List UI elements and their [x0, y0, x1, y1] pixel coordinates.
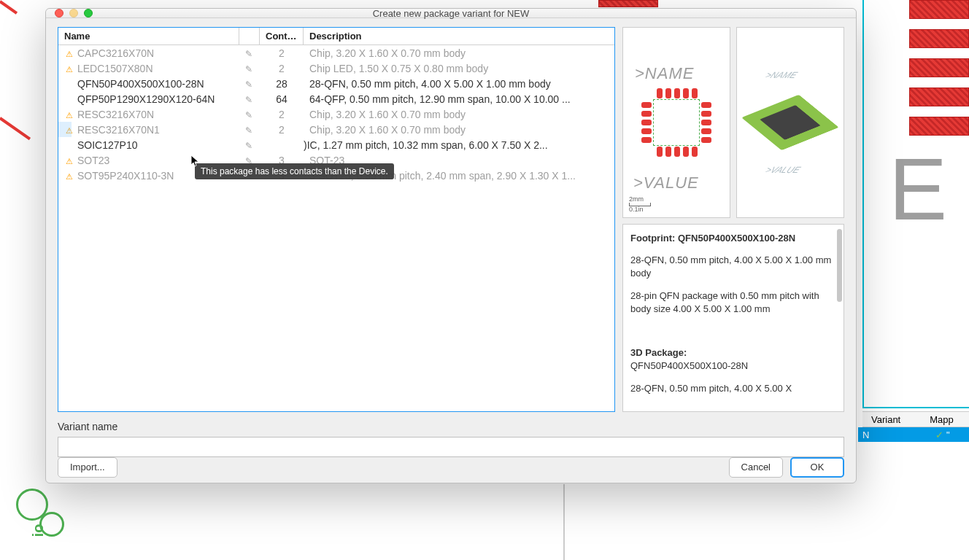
- cell-contacts: 2: [260, 61, 304, 76]
- table-row[interactable]: ⚠RESC3216X70N1 ✎ 2 Chip, 3.20 X 1.60 X 0…: [58, 122, 614, 137]
- bg-pad: [598, 0, 658, 7]
- bg-trace: [0, 117, 31, 140]
- qfn-3d-icon: [749, 99, 830, 146]
- ok-button[interactable]: OK: [790, 457, 844, 478]
- create-package-variant-dialog: Create new package variant for NEW Name …: [45, 8, 857, 483]
- cancel-button[interactable]: Cancel: [729, 457, 783, 478]
- bg-row-tail: N: [862, 429, 935, 440]
- cell-name: RESC3216X70N: [77, 109, 154, 120]
- bg-trace: [0, 0, 18, 14]
- dialog-footer: Import... Cancel OK: [46, 457, 856, 486]
- pkg-label: 3D Package:: [630, 347, 687, 358]
- bg-pad: [909, 117, 969, 136]
- pkg-name: QFN50P400X500X100-28N: [630, 360, 748, 371]
- warning-icon: ⚠: [64, 157, 74, 166]
- package-description-panel[interactable]: Footprint: QFN50P400X500X100-28N 28-QFN,…: [622, 224, 844, 412]
- value-placeholder-label: >VALUE: [633, 174, 699, 192]
- cell-name: SOT95P240X110-3N: [77, 170, 174, 182]
- cell-name: SOT23: [77, 155, 109, 166]
- fp-label: Footprint:: [630, 233, 678, 244]
- table-row[interactable]: ⚠RESC3216X70N ✎ 2 Chip, 3.20 X 1.60 X 0.…: [58, 106, 614, 122]
- titlebar: Create new package variant for NEW: [46, 9, 856, 18]
- package-list[interactable]: Name Contacts Description ⚠CAPC3216X70N …: [58, 27, 615, 412]
- warning-icon: ⚠: [64, 50, 74, 59]
- bg-row-quote: ": [946, 429, 950, 440]
- cell-desc: Chip, 3.20 X 1.60 X 0.70 mm body: [304, 122, 614, 137]
- column-generator[interactable]: [239, 28, 260, 44]
- variant-name-label: Variant name: [58, 421, 844, 432]
- cell-desc: 64-QFP, 0.50 mm pitch, 12.90 mm span, 10…: [304, 92, 614, 106]
- bg-divider: [862, 0, 864, 408]
- leaf-icon: ✎: [245, 95, 252, 105]
- import-button[interactable]: Import...: [58, 457, 117, 478]
- cell-desc: Chip, 3.20 X 1.60 X 0.70 mm body: [304, 46, 614, 61]
- cell-contacts: 2: [260, 107, 304, 122]
- leaf-icon: ✎: [245, 110, 252, 120]
- cell-name: SOIC127P10: [77, 139, 138, 151]
- table-row[interactable]: ⚠LEDC1507X80N ✎ 2 Chip LED, 1.50 X 0.75 …: [58, 61, 614, 76]
- bg-col-mapping: Mapp: [930, 414, 954, 425]
- cursor-icon: [190, 155, 201, 168]
- cell-name: QFP50P1290X1290X120-64N: [77, 93, 215, 105]
- warning-icon: ⚠: [64, 172, 74, 182]
- table-row[interactable]: ⚠CAPC3216X70N ✎ 2 Chip, 3.20 X 1.60 X 0.…: [58, 45, 614, 61]
- warning-icon: ⚠: [64, 80, 74, 90]
- dialog-title: Create new package variant for NEW: [46, 8, 856, 19]
- footprint-preview-2d[interactable]: >NAME: [622, 27, 730, 218]
- variant-name-input[interactable]: [58, 437, 844, 457]
- leaf-icon: ✎: [245, 79, 252, 90]
- cell-desc: Chip, 3.20 X 1.60 X 0.70 mm body: [304, 107, 614, 122]
- leaf-icon: ✎: [245, 141, 252, 151]
- bg-divider: [862, 407, 969, 408]
- check-icon: ✓: [935, 429, 943, 440]
- cell-contacts: 64: [260, 92, 304, 106]
- scale-indicator: 2mm 0.1in: [629, 196, 651, 213]
- list-header: Name Contacts Description: [58, 28, 614, 45]
- bg-selected-row[interactable]: N ✓ ": [858, 427, 969, 442]
- warning-icon: ⚠: [64, 65, 74, 74]
- bg-pad: [909, 0, 969, 19]
- cell-name: CAPC3216X70N: [77, 47, 154, 59]
- table-row[interactable]: ⚠QFP50P1290X1290X120-64N ✎ 64 64-QFP, 0.…: [58, 91, 614, 106]
- cell-desc: Chip LED, 1.50 X 0.75 X 0.80 mm body: [304, 61, 614, 76]
- fp-summary: 28-QFN, 0.50 mm pitch, 4.00 X 5.00 X 1.0…: [630, 254, 836, 280]
- cell-contacts: 2: [260, 122, 304, 137]
- table-row[interactable]: ⚠SOIC127P10 ✎ )IC, 1.27 mm pitch, 10.32 …: [58, 137, 614, 152]
- row-highlight: [58, 122, 72, 137]
- leaf-icon: ✎: [245, 64, 252, 74]
- bg-table-header: Variant Mapp: [862, 411, 969, 427]
- column-contacts[interactable]: Contacts: [260, 28, 304, 44]
- warning-icon: ⚠: [64, 111, 74, 120]
- name-placeholder-label: >NAME: [635, 64, 694, 83]
- bg-splitter[interactable]: [563, 484, 565, 560]
- column-description[interactable]: Description: [304, 28, 614, 44]
- right-pane: >NAME: [622, 27, 844, 412]
- cell-contacts: 28: [260, 77, 304, 91]
- list-rows: ⚠CAPC3216X70N ✎ 2 Chip, 3.20 X 1.60 X 0.…: [58, 45, 614, 411]
- fp-name: QFN50P400X500X100-28N: [678, 233, 795, 244]
- bg-pad: [909, 58, 969, 77]
- cell-desc: )IC, 1.27 mm pitch, 10.32 mm span, 6.00 …: [304, 138, 614, 152]
- warning-tooltip: This package has less contacts than the …: [195, 163, 394, 179]
- name-3d-label: >NAME: [763, 70, 800, 80]
- leaf-icon: ✎: [245, 49, 252, 59]
- warning-icon: ⚠: [64, 141, 74, 151]
- bg-net-label: io: [30, 524, 47, 537]
- bg-pad: [909, 88, 969, 106]
- footprint-preview-3d[interactable]: >NAME >VALUE: [736, 27, 844, 218]
- cell-name: LEDC1507X80N: [77, 63, 153, 74]
- bg-col-variant: Variant: [871, 414, 900, 425]
- cell-contacts: [260, 144, 304, 147]
- fp-detail: 28-pin QFN package with 0.50 mm pitch wi…: [630, 289, 836, 316]
- bg-pad: [909, 29, 969, 48]
- outline-icon: [653, 99, 700, 146]
- bg-placeholder-letter: E: [889, 139, 947, 239]
- leaf-icon: ✎: [245, 125, 252, 136]
- scrollbar-thumb[interactable]: [837, 229, 842, 302]
- column-name[interactable]: Name: [58, 28, 239, 44]
- cell-name: QFN50P400X500X100-28N: [77, 78, 204, 90]
- warning-icon: ⚠: [64, 96, 74, 105]
- cell-name: RESC3216X70N1: [77, 124, 160, 136]
- cell-contacts: 2: [260, 46, 304, 61]
- table-row[interactable]: ⚠QFN50P400X500X100-28N ✎ 28 28-QFN, 0.50…: [58, 76, 614, 91]
